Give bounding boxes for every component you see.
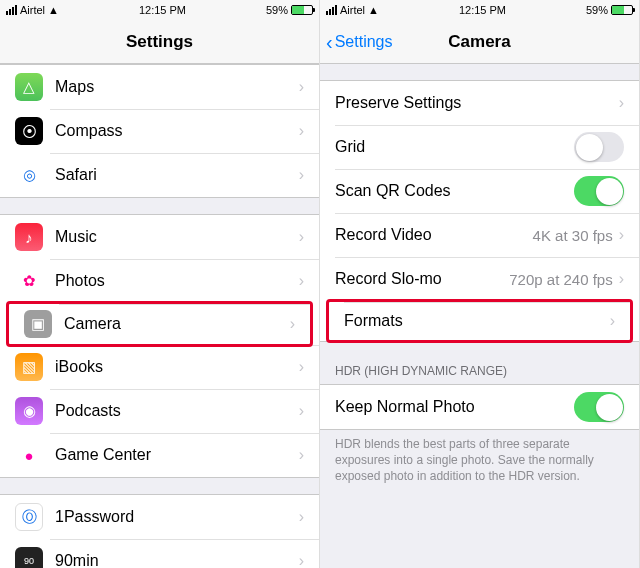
page-title: Camera bbox=[448, 32, 510, 52]
row-record-slomo[interactable]: Record Slo-mo 720p at 240 fps › bbox=[320, 257, 639, 301]
status-time: 12:15 PM bbox=[139, 4, 186, 16]
music-icon: ♪ bbox=[15, 223, 43, 251]
camera-icon: ▣ bbox=[24, 310, 52, 338]
carrier-label: Airtel bbox=[20, 4, 45, 16]
safari-icon: ◎ bbox=[15, 161, 43, 189]
chevron-icon: › bbox=[619, 270, 624, 288]
battery-pct: 59% bbox=[586, 4, 608, 16]
battery-icon bbox=[291, 5, 313, 15]
chevron-left-icon: ‹ bbox=[326, 32, 333, 52]
chevron-icon: › bbox=[610, 312, 615, 330]
row-label: Podcasts bbox=[55, 402, 299, 420]
chevron-icon: › bbox=[299, 78, 304, 96]
compass-icon: ⦿ bbox=[15, 117, 43, 145]
row-maps[interactable]: △ Maps › bbox=[0, 65, 319, 109]
row-label: Compass bbox=[55, 122, 299, 140]
battery-icon bbox=[611, 5, 633, 15]
hdr-footer: HDR blends the best parts of three separ… bbox=[320, 430, 639, 493]
maps-icon: △ bbox=[15, 73, 43, 101]
1password-icon: Ⓞ bbox=[15, 503, 43, 531]
row-podcasts[interactable]: ◉ Podcasts › bbox=[0, 389, 319, 433]
status-bar: Airtel ▲ 12:15 PM 59% bbox=[320, 0, 639, 20]
row-label: Record Video bbox=[335, 226, 533, 244]
chevron-icon: › bbox=[299, 446, 304, 464]
row-label: Record Slo-mo bbox=[335, 270, 509, 288]
back-button[interactable]: ‹ Settings bbox=[326, 32, 392, 52]
row-keep-normal-photo[interactable]: Keep Normal Photo bbox=[320, 385, 639, 429]
row-photos[interactable]: ✿ Photos › bbox=[0, 259, 319, 303]
camera-list[interactable]: Preserve Settings › Grid Scan QR Codes R… bbox=[320, 80, 639, 493]
row-label: Maps bbox=[55, 78, 299, 96]
row-camera[interactable]: ▣ Camera › bbox=[6, 301, 313, 347]
row-label: iBooks bbox=[55, 358, 299, 376]
grid-toggle[interactable] bbox=[574, 132, 624, 162]
row-ibooks[interactable]: ▧ iBooks › bbox=[0, 345, 319, 389]
row-preserve-settings[interactable]: Preserve Settings › bbox=[320, 81, 639, 125]
chevron-icon: › bbox=[619, 226, 624, 244]
chevron-icon: › bbox=[299, 228, 304, 246]
row-value: 4K at 30 fps bbox=[533, 227, 613, 244]
chevron-icon: › bbox=[290, 315, 295, 333]
row-formats[interactable]: Formats › bbox=[326, 299, 633, 343]
row-label: Grid bbox=[335, 138, 574, 156]
battery-pct: 59% bbox=[266, 4, 288, 16]
row-grid[interactable]: Grid bbox=[320, 125, 639, 169]
status-bar: Airtel ▲ 12:15 PM 59% bbox=[0, 0, 319, 20]
settings-list[interactable]: △ Maps › ⦿ Compass › ◎ Safari › bbox=[0, 64, 319, 568]
row-gamecenter[interactable]: ● Game Center › bbox=[0, 433, 319, 477]
status-time: 12:15 PM bbox=[459, 4, 506, 16]
chevron-icon: › bbox=[299, 552, 304, 568]
row-compass[interactable]: ⦿ Compass › bbox=[0, 109, 319, 153]
chevron-icon: › bbox=[299, 358, 304, 376]
row-label: Formats bbox=[344, 312, 610, 330]
chevron-icon: › bbox=[299, 272, 304, 290]
settings-screen: Airtel ▲ 12:15 PM 59% Settings △ Maps › … bbox=[0, 0, 320, 568]
photos-icon: ✿ bbox=[15, 267, 43, 295]
nav-bar: ‹ Settings Camera bbox=[320, 20, 639, 64]
row-safari[interactable]: ◎ Safari › bbox=[0, 153, 319, 197]
back-label: Settings bbox=[335, 33, 393, 51]
row-record-video[interactable]: Record Video 4K at 30 fps › bbox=[320, 213, 639, 257]
row-90min[interactable]: 90 90min › bbox=[0, 539, 319, 568]
keep-normal-toggle[interactable] bbox=[574, 392, 624, 422]
chevron-icon: › bbox=[299, 122, 304, 140]
chevron-icon: › bbox=[619, 94, 624, 112]
chevron-icon: › bbox=[299, 402, 304, 420]
row-value: 720p at 240 fps bbox=[509, 271, 612, 288]
row-label: Photos bbox=[55, 272, 299, 290]
podcasts-icon: ◉ bbox=[15, 397, 43, 425]
row-label: Music bbox=[55, 228, 299, 246]
90min-icon: 90 bbox=[15, 547, 43, 568]
row-label: Game Center bbox=[55, 446, 299, 464]
hdr-header: HDR (HIGH DYNAMIC RANGE) bbox=[320, 358, 639, 384]
page-title: Settings bbox=[126, 32, 193, 52]
chevron-icon: › bbox=[299, 508, 304, 526]
camera-screen: Airtel ▲ 12:15 PM 59% ‹ Settings Camera … bbox=[320, 0, 640, 568]
signal-icon bbox=[6, 5, 17, 15]
wifi-icon: ▲ bbox=[368, 4, 379, 16]
row-label: Scan QR Codes bbox=[335, 182, 574, 200]
row-label: 1Password bbox=[55, 508, 299, 526]
gamecenter-icon: ● bbox=[15, 441, 43, 469]
wifi-icon: ▲ bbox=[48, 4, 59, 16]
scan-qr-toggle[interactable] bbox=[574, 176, 624, 206]
row-label: Preserve Settings bbox=[335, 94, 619, 112]
row-label: Camera bbox=[64, 315, 290, 333]
row-1password[interactable]: Ⓞ 1Password › bbox=[0, 495, 319, 539]
ibooks-icon: ▧ bbox=[15, 353, 43, 381]
carrier-label: Airtel bbox=[340, 4, 365, 16]
chevron-icon: › bbox=[299, 166, 304, 184]
nav-bar: Settings bbox=[0, 20, 319, 64]
row-label: Keep Normal Photo bbox=[335, 398, 574, 416]
row-scan-qr[interactable]: Scan QR Codes bbox=[320, 169, 639, 213]
signal-icon bbox=[326, 5, 337, 15]
row-label: Safari bbox=[55, 166, 299, 184]
row-music[interactable]: ♪ Music › bbox=[0, 215, 319, 259]
row-label: 90min bbox=[55, 552, 299, 568]
